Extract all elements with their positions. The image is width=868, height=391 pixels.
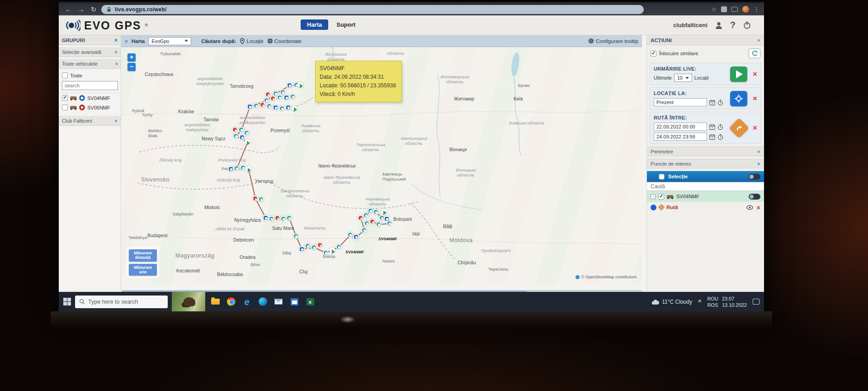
start-button[interactable] [63, 298, 71, 305]
clock-icon[interactable] [717, 100, 723, 105]
route-color-dot[interactable] [651, 205, 656, 210]
map-marker-teal[interactable] [240, 165, 246, 171]
username[interactable]: clubfalticeni [673, 22, 708, 29]
menu-dots-icon[interactable]: ⋮ [754, 6, 760, 13]
map-marker-green[interactable] [292, 105, 297, 111]
selected-vehicle-row[interactable]: − SV04NMF [647, 191, 764, 202]
bookmark-star-icon[interactable]: ☆ [711, 6, 717, 13]
refresh-button[interactable] [749, 48, 760, 58]
tray-chevron-icon[interactable]: ^ [698, 298, 702, 305]
map-marker-blue[interactable] [287, 82, 292, 88]
map-marker-blue[interactable] [228, 166, 234, 172]
map-marker-teal[interactable] [280, 216, 286, 222]
map-marker-green[interactable] [297, 82, 303, 88]
map-marker-green[interactable] [381, 209, 387, 215]
map-marker-teal[interactable] [363, 212, 369, 218]
close-groups-icon[interactable]: × [114, 37, 118, 43]
map-marker-red[interactable] [369, 219, 375, 224]
all-vehicles-bar[interactable]: Toate vehiculele » [59, 59, 121, 69]
weather-widget[interactable]: 11°C Cloudy [651, 299, 692, 305]
extensions-puzzle-icon[interactable] [721, 6, 727, 12]
map-marker-blue[interactable] [299, 246, 305, 252]
chevron-down-icon[interactable]: » [756, 150, 762, 153]
map-marker-blue[interactable] [273, 105, 278, 110]
delete-route-icon[interactable]: × [756, 204, 760, 211]
measure-area-button[interactable]: Măsurare arie [129, 264, 157, 276]
logout-power-icon[interactable] [743, 21, 751, 29]
tab-suport[interactable]: Suport [336, 21, 355, 28]
map-marker-teal[interactable] [269, 216, 274, 222]
vehicle2-checkbox[interactable] [62, 105, 68, 110]
map-marker-teal[interactable] [238, 127, 244, 133]
poi-bar[interactable]: Puncte de interes » [647, 159, 764, 168]
club-falticeni-bar[interactable]: Club Falticeni » [59, 116, 121, 126]
selection-checkbox[interactable] [659, 174, 665, 180]
vehicle-search-input[interactable] [62, 81, 118, 90]
excel-icon[interactable]: x [304, 296, 316, 308]
map-provider-select[interactable]: EvoGps [148, 37, 191, 45]
map-marker-teal[interactable] [293, 233, 299, 239]
chevron-down-icon[interactable]: » [756, 162, 762, 165]
map-marker-red[interactable] [358, 215, 363, 221]
map-marker-teal[interactable] [279, 105, 285, 111]
selected-vehicle-checkbox[interactable] [658, 194, 664, 200]
cancel-location-icon[interactable]: × [753, 94, 757, 103]
selection-bar[interactable]: Selecție [647, 171, 764, 182]
map-marker-teal[interactable] [323, 250, 329, 256]
vehicle-row-sv05nmf[interactable]: SV05NMF [59, 103, 121, 112]
map-marker-red[interactable] [259, 102, 265, 108]
cancel-route-icon[interactable]: × [753, 124, 757, 133]
chevron-down-icon[interactable]: » [113, 119, 119, 122]
map-marker-teal[interactable] [373, 209, 379, 215]
map-marker-red[interactable] [274, 215, 280, 221]
route-item-row[interactable]: Rută × [647, 202, 764, 213]
all-checkbox[interactable] [62, 72, 68, 78]
map-marker-teal[interactable] [336, 244, 342, 250]
map-marker-teal[interactable] [368, 208, 373, 214]
perimeters-bar[interactable]: Perimetre » [647, 147, 764, 156]
map-marker-teal[interactable] [361, 227, 367, 233]
chevron-up-icon[interactable]: » [113, 62, 119, 65]
edge-icon[interactable] [257, 296, 269, 308]
map-marker-teal[interactable] [266, 103, 272, 109]
collapse-expander-icon[interactable]: − [651, 194, 656, 199]
calendar-icon[interactable]: 7 [709, 100, 715, 105]
close-actions-icon[interactable]: × [757, 38, 760, 43]
mail-icon[interactable] [273, 296, 284, 308]
map-marker-red[interactable] [232, 127, 238, 133]
configure-tooltip-button[interactable]: Configurare tooltip [588, 38, 638, 44]
clock-icon[interactable] [717, 134, 723, 140]
map-marker-red[interactable] [270, 95, 276, 101]
file-explorer-icon[interactable] [209, 296, 221, 308]
map-marker-red[interactable] [252, 196, 258, 201]
chevron-down-icon[interactable]: » [113, 50, 119, 53]
map-marker-teal[interactable] [286, 215, 292, 221]
cancel-live-tracking-icon[interactable]: × [753, 70, 757, 79]
calendar-icon[interactable]: 7 [709, 124, 715, 130]
map-canvas[interactable]: TrybunalskiCzęstochowawojewództwo święto… [121, 47, 642, 285]
help-icon[interactable]: ? [730, 20, 736, 30]
map-marker-teal[interactable] [253, 103, 259, 109]
clock-icon[interactable] [717, 124, 723, 130]
advanced-selection-bar[interactable]: Selecție avansată » [59, 47, 121, 57]
calendar-icon[interactable]: 7 [709, 134, 715, 140]
map-marker-green[interactable] [330, 248, 335, 253]
notification-center-icon[interactable] [753, 299, 760, 305]
zoom-in-button[interactable]: + [127, 53, 136, 62]
back-icon[interactable]: ← [63, 5, 73, 13]
chrome-icon[interactable] [225, 296, 237, 308]
map-marker-teal[interactable] [277, 95, 283, 100]
vehicle-row-sv04nmf[interactable]: SV04NMF [59, 93, 121, 103]
forward-icon[interactable]: → [76, 5, 86, 13]
start-live-tracking-button[interactable] [730, 67, 747, 82]
map-marker-red[interactable] [317, 242, 323, 248]
locations-count-select[interactable]: 10 [674, 74, 692, 82]
route-to-input[interactable] [654, 133, 707, 141]
replace-similar-checkbox[interactable] [651, 51, 656, 57]
selection-toggle[interactable] [749, 174, 760, 180]
measure-distance-button[interactable]: Măsurare distanță [129, 249, 157, 262]
vehicle-toggle[interactable] [749, 194, 760, 200]
calendar-app-icon[interactable] [288, 296, 300, 308]
eye-icon[interactable] [746, 205, 753, 210]
tab-harta[interactable]: Harta [301, 19, 328, 30]
